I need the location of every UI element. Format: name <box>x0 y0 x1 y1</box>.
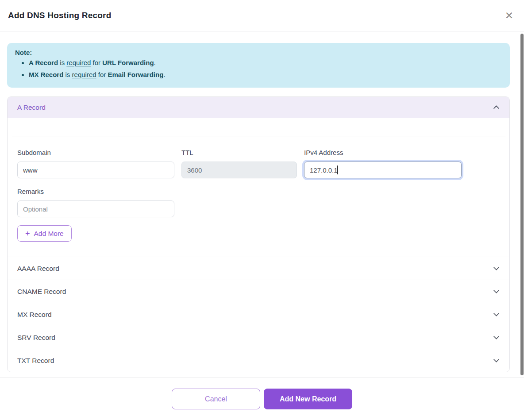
note-text: for <box>93 59 101 66</box>
accordion-header-mx-record[interactable]: MX Record <box>8 303 509 326</box>
add-more-label: Add More <box>34 230 64 238</box>
text-cursor <box>337 166 338 174</box>
ttl-input <box>181 162 297 178</box>
accordion-header-cname-record[interactable]: CNAME Record <box>8 280 509 303</box>
accordion-header-a-record[interactable]: A Record <box>8 97 509 118</box>
note-record-name: MX Record <box>29 71 63 78</box>
note-text: . <box>163 71 165 78</box>
note-box: Note: A Record is required for URL Forwa… <box>7 43 510 88</box>
accordion-header-label: MX Record <box>17 311 52 319</box>
note-feature-name: URL Forwarding <box>102 59 154 66</box>
remarks-input[interactable] <box>17 200 174 217</box>
modal-body: Note: A Record is required for URL Forwa… <box>0 31 524 372</box>
accordion-header-label: A Record <box>17 104 46 112</box>
ttl-label: TTL <box>181 149 297 156</box>
note-text: for <box>98 71 106 78</box>
subdomain-input[interactable] <box>17 162 174 178</box>
panel-divider <box>12 136 505 136</box>
page-title: Add DNS Hosting Record <box>8 11 111 20</box>
accordion-header-label: CNAME Record <box>17 288 66 296</box>
note-record-name: A Record <box>29 59 58 66</box>
a-record-panel: Subdomain TTL IPv4 Address <box>8 136 509 257</box>
note-required-text: required <box>72 71 96 78</box>
modal-footer: Cancel Add New Record <box>0 378 524 420</box>
cancel-button[interactable]: Cancel <box>172 389 260 409</box>
chevron-down-icon <box>493 335 500 339</box>
ipv4-input[interactable] <box>304 162 462 178</box>
note-required-text: required <box>66 59 91 66</box>
ttl-field-group: TTL <box>181 149 297 178</box>
note-list: A Record is required for URL Forwarding.… <box>14 58 503 80</box>
plus-icon: + <box>25 230 30 238</box>
accordion-header-srv-record[interactable]: SRV Record <box>8 326 509 349</box>
add-new-record-button[interactable]: Add New Record <box>264 389 352 409</box>
a-record-form: Subdomain TTL IPv4 Address <box>8 149 509 242</box>
close-icon[interactable]: ✕ <box>505 11 513 21</box>
note-feature-name: Email Forwarding <box>108 71 163 78</box>
accordion-header-txt-record[interactable]: TXT Record <box>8 349 509 372</box>
note-text: is <box>60 59 65 66</box>
accordion-header-label: TXT Record <box>17 357 54 365</box>
accordion-header-aaaa-record[interactable]: AAAA Record <box>8 257 509 280</box>
ipv4-field-group: IPv4 Address <box>304 149 462 178</box>
subdomain-label: Subdomain <box>17 149 174 156</box>
remarks-field-group: Remarks <box>17 188 500 217</box>
accordion-header-label: SRV Record <box>17 334 55 342</box>
note-text: . <box>154 59 156 66</box>
record-accordion: A Record Subdomain TTL IPv <box>7 96 510 372</box>
chevron-up-icon <box>493 105 500 109</box>
ipv4-label: IPv4 Address <box>304 149 462 156</box>
modal-header: Add DNS Hosting Record ✕ <box>0 0 524 31</box>
note-heading: Note: <box>15 49 503 56</box>
subdomain-field-group: Subdomain <box>17 149 174 178</box>
add-more-button[interactable]: + Add More <box>17 225 72 242</box>
note-item-mx-record: MX Record is required for Email Forwardi… <box>29 70 503 80</box>
chevron-down-icon <box>493 312 500 316</box>
note-text: is <box>66 71 70 78</box>
chevron-down-icon <box>493 289 500 293</box>
remarks-label: Remarks <box>17 188 500 195</box>
chevron-down-icon <box>493 266 500 270</box>
chevron-down-icon <box>493 358 500 362</box>
note-item-a-record: A Record is required for URL Forwarding. <box>29 58 503 68</box>
accordion-header-label: AAAA Record <box>17 265 59 273</box>
vertical-scrollbar[interactable] <box>520 34 524 375</box>
